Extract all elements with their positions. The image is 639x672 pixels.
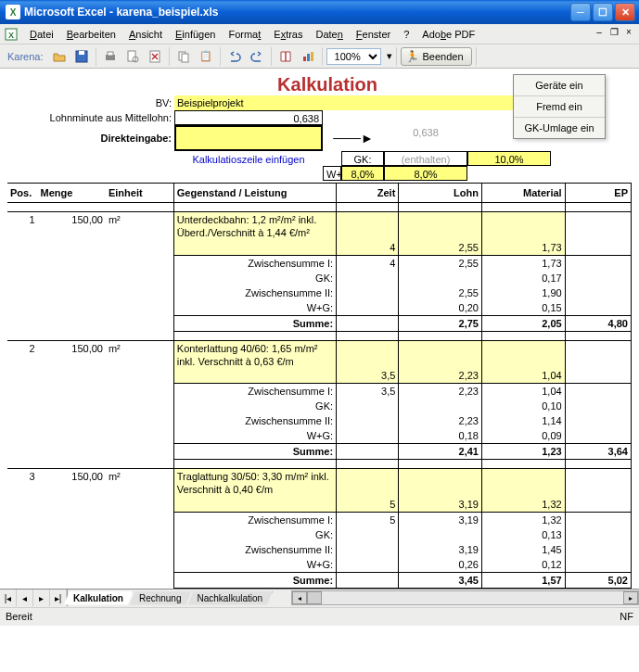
hscroll-right[interactable]: ▸ (623, 591, 638, 604)
menu-bearbeiten[interactable]: Bearbeiten (61, 27, 121, 42)
book-icon[interactable] (275, 46, 296, 67)
position-row[interactable]: 3150,00m²Traglattung 30/50: 3,30 m/m² in… (7, 469, 632, 485)
excel-doc-icon[interactable]: X (4, 27, 19, 42)
arrow-icon: ───► (323, 125, 384, 151)
options-panel: Geräte ein Fremd ein GK-Umlage ein (513, 74, 606, 139)
status-nf: NF (620, 611, 633, 622)
close-button[interactable]: ✕ (615, 3, 635, 21)
bv-label: BV: (7, 95, 174, 110)
run-icon: 🏃 (405, 50, 419, 63)
menu-extras[interactable]: Extras (268, 27, 308, 42)
print-icon[interactable] (100, 46, 121, 67)
col-lohn: Lohn (399, 184, 482, 203)
lohnminute-value[interactable]: 0,638 (174, 110, 323, 125)
zoom-select[interactable]: 100% (326, 48, 381, 65)
menu-ansicht[interactable]: Ansicht (123, 27, 168, 42)
calc-subrow: Zwischensumme I:3,52,231,04 (7, 384, 632, 399)
position-row[interactable]: 1150,00m²Unterdeckbahn: 1,2 m²/m² inkl. … (7, 212, 632, 228)
svg-rect-6 (128, 51, 135, 61)
gk-enthalten: (enthalten) (384, 151, 467, 166)
calc-subrow: W+G:0,260,12 (7, 557, 632, 573)
menubar: X Datei Bearbeiten Ansicht Einfügen Form… (0, 24, 639, 44)
statusbar: Bereit NF (0, 607, 639, 626)
svg-rect-10 (182, 54, 188, 62)
col-einheit: Einheit (106, 184, 173, 203)
col-pos: Pos. (7, 184, 38, 203)
menu-fenster[interactable]: Fenster (351, 27, 396, 42)
horizontal-scrollbar[interactable]: ◂ ▸ (291, 590, 639, 605)
svg-rect-12 (307, 54, 310, 61)
tab-nav-prev[interactable]: ◂ (17, 590, 33, 606)
mdi-close[interactable]: × (622, 26, 635, 39)
toolbar-label: Karena: (4, 51, 47, 62)
hscroll-left[interactable]: ◂ (292, 591, 307, 604)
gk-umlage-ein-button[interactable]: GK-Umlage ein (514, 118, 605, 138)
tab-nav-first[interactable]: |◂ (0, 590, 17, 606)
col-gegenstand: Gegenstand / Leistung (173, 184, 336, 203)
svg-rect-3 (79, 51, 84, 55)
calc-subrow: GK:0,17 (7, 271, 632, 285)
worksheet[interactable]: Geräte ein Fremd ein GK-Umlage ein Kalku… (0, 69, 639, 589)
menu-daten[interactable]: Daten (310, 27, 348, 42)
tab-nav-last[interactable]: ▸| (50, 590, 67, 606)
preview-icon[interactable] (122, 46, 143, 67)
window-title: Microsoft Excel - karena_beispiel.xls (24, 6, 570, 19)
summe-row: Summe:3,451,575,02 (7, 572, 632, 588)
mdi-restore[interactable]: ❐ (607, 26, 620, 39)
lohnminute-label: Lohnminute aus Mittellohn: (7, 110, 174, 125)
summe-row: Summe:2,411,233,64 (7, 444, 632, 460)
beenden-button[interactable]: 🏃 Beenden (401, 47, 472, 66)
col-menge: Menge (38, 184, 106, 203)
kalkulationszeile-link[interactable]: Kalkulatioszeile einfügen (174, 151, 323, 166)
wg-lohn-percent[interactable]: 8,0% (341, 166, 384, 181)
direkteingabe-input[interactable] (174, 125, 323, 151)
svg-rect-11 (303, 57, 306, 61)
wg-mat-percent[interactable]: 8,0% (384, 166, 467, 181)
ghost-lohn: 0,638 (384, 125, 467, 140)
col-ep: EP (565, 184, 631, 203)
red-x-icon[interactable] (145, 46, 165, 67)
sheet-tab-bar: |◂ ◂ ▸ ▸| Kalkulation Rechnung Nachkalku… (0, 589, 639, 607)
calc-subrow: Zwischensumme I:42,551,73 (7, 255, 632, 271)
menu-datei[interactable]: Datei (24, 27, 59, 42)
calc-subrow: Zwischensumme I:53,191,32 (7, 512, 632, 527)
sheet-heading: Kalkulation (174, 74, 480, 95)
summe-row: Summe:2,752,054,80 (7, 315, 632, 331)
maximize-button[interactable]: ☐ (593, 3, 613, 21)
col-material: Material (481, 184, 565, 203)
save-icon[interactable] (71, 46, 92, 67)
tab-rechnung[interactable]: Rechnung (130, 591, 192, 605)
menu-hilfe[interactable]: ? (398, 27, 415, 42)
open-icon[interactable] (49, 46, 70, 67)
toolbar: Karena: 📋 100% ▾ 🏃 Beenden (0, 44, 639, 69)
calc-subrow: GK:0,13 (7, 527, 632, 542)
copy-icon[interactable] (173, 46, 194, 67)
paste-icon[interactable]: 📋 (196, 46, 216, 67)
svg-rect-13 (311, 52, 313, 61)
fremd-ein-button[interactable]: Fremd ein (514, 96, 605, 118)
menu-einfuegen[interactable]: Einfügen (170, 27, 221, 42)
calc-subrow: Zwischensumme II:2,231,14 (7, 413, 632, 428)
menu-adobe-pdf[interactable]: Adobe PDF (416, 27, 480, 42)
redo-icon[interactable] (247, 46, 267, 67)
tab-kalkulation[interactable]: Kalkulation (64, 591, 134, 605)
hscroll-thumb[interactable] (307, 591, 322, 604)
minimize-button[interactable]: ─ (570, 3, 591, 21)
calculation-table: Pos. Menge Einheit Gegenstand / Leistung… (7, 183, 632, 589)
geraete-ein-button[interactable]: Geräte ein (514, 75, 605, 96)
position-row[interactable]: 2150,00m²Konterlattung 40/60: 1,65 m/m² … (7, 340, 632, 356)
tab-nav-next[interactable]: ▸ (33, 590, 50, 606)
calc-subrow: W+G:0,180,09 (7, 428, 632, 444)
mdi-minimize[interactable]: – (593, 26, 606, 39)
direkteingabe-label: Direkteingabe: (7, 125, 174, 151)
undo-icon[interactable] (224, 46, 245, 67)
menu-format[interactable]: Format (223, 27, 266, 42)
chart-icon[interactable] (298, 46, 318, 67)
tab-nachkalkulation[interactable]: Nachkalkulation (188, 591, 274, 605)
bv-value[interactable]: Beispielprojekt (174, 95, 551, 110)
gk-percent[interactable]: 10,0% (467, 151, 551, 166)
window-titlebar: X Microsoft Excel - karena_beispiel.xls … (0, 0, 639, 24)
col-zeit: Zeit (337, 184, 399, 203)
excel-app-icon: X (6, 5, 20, 19)
gk-label: GK: (341, 151, 384, 166)
